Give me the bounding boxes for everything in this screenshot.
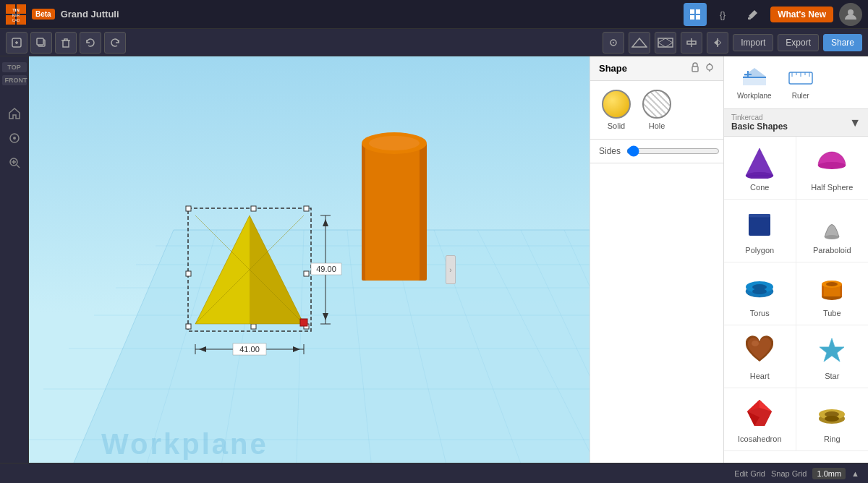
tinkercad-logo: TIN KER CAD xyxy=(6,4,26,25)
ring-label: Ring xyxy=(824,435,841,443)
bottom-bar: Edit Grid Snap Grid 1.0mm ▲ xyxy=(0,463,868,483)
svg-rect-98 xyxy=(744,74,752,75)
topbar: TIN KER CAD Beta Grand Juttuli {} What's… xyxy=(0,0,868,29)
snap-grid-arrow[interactable]: ▲ xyxy=(851,469,859,478)
shape-lock-button[interactable] xyxy=(690,62,700,74)
duplicate-button[interactable] xyxy=(30,32,52,54)
svg-marker-21 xyxy=(658,38,673,47)
tube-label: Tube xyxy=(823,309,841,317)
shapes-library-subheader: Tinkercad Basic Shapes ▼ xyxy=(724,109,868,137)
workplane-tool[interactable]: Workplane xyxy=(731,62,778,103)
toolbar: Import Export Share xyxy=(0,29,868,56)
svg-rect-66 xyxy=(251,324,256,329)
solid-label: Solid xyxy=(608,121,625,130)
shape-item-paraboloid[interactable]: Paraboloid xyxy=(796,200,869,262)
svg-text:49.00: 49.00 xyxy=(316,265,336,273)
user-account-button[interactable] xyxy=(839,3,862,26)
sides-label: Sides xyxy=(599,146,621,156)
shapes-grid: Cone Half Sphere xyxy=(724,137,868,451)
cone-icon xyxy=(741,144,778,180)
half-sphere-icon xyxy=(814,144,850,180)
svg-point-58 xyxy=(369,136,420,150)
shape-item-cone[interactable]: Cone xyxy=(724,137,796,200)
svg-point-121 xyxy=(826,282,838,286)
svg-rect-7 xyxy=(690,9,694,14)
home-view-icon[interactable] xyxy=(4,103,25,124)
beta-badge: Beta xyxy=(32,9,55,20)
code-view-button[interactable]: {} xyxy=(712,3,736,26)
camera-view-button[interactable] xyxy=(603,32,624,54)
sides-slider[interactable] xyxy=(626,145,720,157)
polygon-icon xyxy=(741,207,778,243)
svg-text:TIN: TIN xyxy=(12,8,20,12)
ruler-tool[interactable]: Ruler xyxy=(780,62,821,103)
front-view-label[interactable]: FRONT xyxy=(2,75,27,85)
svg-marker-20 xyxy=(658,38,673,47)
solid-option[interactable]: Solid xyxy=(602,90,631,130)
shape-item-tube[interactable]: Tube xyxy=(796,262,869,325)
heart-icon xyxy=(741,333,778,369)
shape-item-half-sphere[interactable]: Half Sphere xyxy=(796,137,869,200)
shape-light-button[interactable] xyxy=(705,62,715,74)
basic-shapes-title: Basic Shapes xyxy=(731,121,788,132)
align-button[interactable] xyxy=(681,32,702,54)
share-button[interactable]: Share xyxy=(823,34,862,51)
shapes-library-header: Workplane xyxy=(724,56,868,109)
svg-rect-9 xyxy=(690,15,694,20)
fit-all-icon[interactable] xyxy=(4,127,25,149)
svg-text:CAD: CAD xyxy=(12,18,20,22)
svg-point-18 xyxy=(613,42,614,43)
ring-icon xyxy=(814,396,850,432)
star-icon xyxy=(814,333,850,369)
workplane-icon xyxy=(740,65,769,90)
svg-text:41.00: 41.00 xyxy=(239,345,260,354)
zoom-icon[interactable] xyxy=(4,152,25,174)
shape-properties-panel: Shape Solid Hole Sides 4 xyxy=(590,56,723,483)
svg-rect-62 xyxy=(304,206,309,211)
svg-rect-96 xyxy=(743,77,766,85)
top-view-label[interactable]: TOP xyxy=(2,62,27,72)
svg-line-30 xyxy=(17,165,20,168)
left-panel: TOP FRONT xyxy=(0,56,29,483)
edit-grid-button[interactable]: Edit Grid xyxy=(734,469,765,478)
svg-point-122 xyxy=(752,341,759,346)
front-view-button[interactable] xyxy=(655,32,676,54)
redo-button[interactable] xyxy=(104,32,126,54)
new-shape-button[interactable] xyxy=(6,32,27,54)
whats-new-button[interactable]: What's New xyxy=(770,7,833,22)
svg-rect-10 xyxy=(696,15,700,20)
shape-item-heart[interactable]: Heart xyxy=(724,325,796,388)
grid-view-button[interactable] xyxy=(684,3,707,26)
hole-option[interactable]: Hole xyxy=(642,90,671,130)
delete-button[interactable] xyxy=(55,32,77,54)
shape-item-star[interactable]: Star xyxy=(796,325,869,388)
topbar-right: {} What's New xyxy=(684,3,862,26)
svg-marker-25 xyxy=(714,40,718,46)
svg-rect-61 xyxy=(251,206,256,211)
viewport[interactable]: 41.00 49.00 Workplane › xyxy=(29,56,590,483)
icosahedron-icon xyxy=(741,396,778,432)
tools-button[interactable] xyxy=(741,3,765,26)
shape-item-polygon[interactable]: Polygon xyxy=(724,200,796,262)
shape-item-torus[interactable]: Torus xyxy=(724,262,796,325)
export-button[interactable]: Export xyxy=(778,34,819,51)
svg-rect-110 xyxy=(749,214,770,218)
svg-point-116 xyxy=(752,288,767,294)
workplane-tool-label: Workplane xyxy=(737,92,772,100)
svg-rect-16 xyxy=(37,38,43,45)
torus-icon xyxy=(741,270,778,306)
snap-grid-value: 1.0mm xyxy=(812,468,846,479)
import-button[interactable]: Import xyxy=(733,34,773,51)
shape-item-ring[interactable]: Ring xyxy=(796,388,869,451)
svg-rect-63 xyxy=(186,271,191,276)
tube-icon xyxy=(814,270,850,306)
mirror-button[interactable] xyxy=(707,32,728,54)
svg-marker-19 xyxy=(632,38,647,47)
shape-item-icosahedron[interactable]: Icosahedron xyxy=(724,388,796,451)
panel-collapse-handle[interactable]: › xyxy=(446,255,456,284)
undo-button[interactable] xyxy=(80,32,101,54)
hole-label: Hole xyxy=(649,121,665,130)
top-view-button[interactable] xyxy=(629,32,650,54)
shapes-dropdown-button[interactable]: ▼ xyxy=(849,116,861,129)
project-title: Grand Juttuli xyxy=(61,9,119,20)
